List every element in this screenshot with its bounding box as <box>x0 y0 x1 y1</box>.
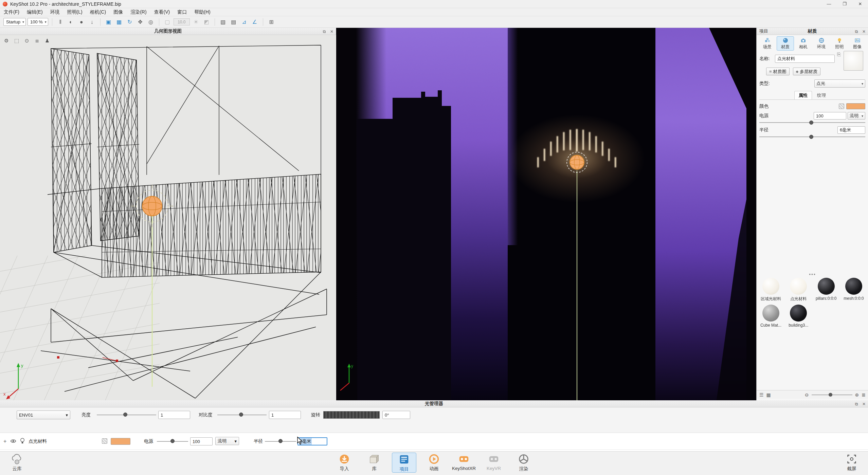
material-item[interactable]: 点光材料 <box>785 278 811 302</box>
menu-environment[interactable]: 环境 <box>47 8 64 16</box>
material-preview-thumbnail[interactable] <box>844 51 863 71</box>
dock-screenshot[interactable]: 截屏 <box>839 453 864 472</box>
close-panel-icon[interactable]: ✕ <box>329 29 334 34</box>
thumbnail-size-slider[interactable] <box>812 393 852 397</box>
pause-button[interactable]: ‖ <box>56 18 65 26</box>
thumbnail-view-icon[interactable]: ▦ <box>766 392 771 398</box>
zoom-dropdown[interactable]: 100 % ▾ <box>28 18 48 26</box>
dock-animation[interactable]: 动画 <box>422 453 446 472</box>
subtab-textures[interactable]: 纹理 <box>813 91 830 99</box>
environment-dropdown[interactable]: ENV01 ▾ <box>17 410 70 419</box>
power-input[interactable]: 100 <box>814 112 846 120</box>
cube-view-icon[interactable]: ⧈ <box>33 37 41 44</box>
brightness-input[interactable]: 1 <box>158 411 190 419</box>
menu-image[interactable]: 图像 <box>110 8 127 16</box>
material-name-input[interactable]: 点光材料 <box>775 55 835 63</box>
sun-tool-button[interactable]: ☀ <box>192 18 200 26</box>
grid-snap-button[interactable]: ⊞ <box>267 18 276 26</box>
rotation-input[interactable]: 0° <box>382 411 410 419</box>
brightness-slider[interactable] <box>97 410 156 419</box>
workspace-dropdown[interactable]: Startup ▾ <box>3 18 26 26</box>
radius-input[interactable]: 6毫米 <box>837 126 865 134</box>
filter-icon[interactable]: ≣ <box>862 392 866 398</box>
light-power-slider[interactable] <box>157 437 188 446</box>
rotation-strip-slider[interactable] <box>323 411 380 419</box>
color-texture-chip-icon[interactable] <box>839 104 844 109</box>
walk-mode-icon[interactable]: ♟ <box>43 37 51 44</box>
menu-window[interactable]: 窗口 <box>174 8 191 16</box>
tab-environment[interactable]: 环境 <box>813 36 830 51</box>
toolbar-value-field[interactable]: 10.0 <box>174 18 190 25</box>
menu-lighting[interactable]: 照明(L) <box>64 8 86 16</box>
contrast-input[interactable]: 1 <box>269 411 301 419</box>
bookmark-icon[interactable]: ⎘ <box>837 52 841 57</box>
tab-camera[interactable]: 相机 <box>795 36 812 51</box>
tab-image[interactable]: 图像 <box>849 36 866 51</box>
menu-edit[interactable]: 编辑(E) <box>23 8 47 16</box>
menu-help[interactable]: 帮助(H) <box>191 8 214 16</box>
add-light-icon[interactable]: + <box>3 437 6 446</box>
tab-lighting[interactable]: 照明 <box>831 36 848 51</box>
measure-tool-button[interactable]: ⊿ <box>240 18 249 26</box>
menu-file[interactable]: 文件(F) <box>0 8 23 16</box>
zoom-lens-icon[interactable]: ⊙ <box>23 37 31 44</box>
settings-gear-icon[interactable]: ⚙ <box>3 37 10 44</box>
move-tool-button[interactable]: ✥ <box>136 18 145 26</box>
color-swatch[interactable] <box>846 103 865 109</box>
multi-layer-button[interactable]: ◆ 多层材质 <box>793 68 821 75</box>
float-panel-icon[interactable]: ⧉ <box>854 402 859 406</box>
float-panel-icon[interactable]: ⧉ <box>854 29 859 34</box>
light-radius-slider[interactable] <box>265 437 296 446</box>
angle-tool-button[interactable]: ∠ <box>250 18 259 26</box>
zoom-out-icon[interactable]: ⊖ <box>805 392 809 398</box>
dock-library[interactable]: 库 <box>362 453 386 472</box>
realtime-render-view[interactable]: y <box>336 28 756 400</box>
zoom-in-icon[interactable]: ⊕ <box>855 392 859 398</box>
box-tool-button[interactable]: ▢ <box>163 18 172 26</box>
close-button[interactable]: ✕ <box>852 0 868 8</box>
material-item[interactable]: Cube Mat... <box>758 305 784 328</box>
menu-camera[interactable]: 相机(C) <box>86 8 110 16</box>
contrast-slider[interactable] <box>217 410 267 419</box>
power-slider[interactable] <box>759 120 865 125</box>
geometry-viewport[interactable]: ⚙ ⬚ ⊙ ⧈ ♟ <box>0 35 336 400</box>
subtab-properties[interactable]: 属性 <box>794 91 812 99</box>
selection-rect-icon[interactable]: ⬚ <box>13 37 20 44</box>
menu-render[interactable]: 渲染(R) <box>127 8 150 16</box>
minimize-button[interactable]: — <box>821 0 837 8</box>
hud-toggle[interactable]: ▦ <box>115 18 124 26</box>
close-panel-icon[interactable]: ✕ <box>861 402 867 406</box>
geometry-view-header[interactable]: 几何图形视图 ⧉ ✕ <box>0 28 336 35</box>
material-graph-button[interactable]: ≡ 材质图 <box>766 68 790 75</box>
material-item[interactable]: building3... <box>785 305 811 328</box>
target-tool-button[interactable]: ◎ <box>146 18 155 26</box>
light-texture-chip-icon[interactable] <box>102 438 107 444</box>
light-color-swatch[interactable] <box>111 438 130 445</box>
geometry-view-toggle[interactable]: ▣ <box>104 18 113 26</box>
arrow-down-button[interactable]: ↓ <box>88 18 96 26</box>
light-row[interactable]: + 点光材料 电源 100 流明 ▾ <box>0 433 868 450</box>
dock-project[interactable]: 项目 <box>392 453 416 473</box>
list-view-icon[interactable]: ☰ <box>759 392 764 398</box>
material-item[interactable]: mesh:0:0:0 <box>841 278 867 302</box>
tab-material[interactable]: 材质 <box>777 36 794 51</box>
project-panel-header[interactable]: 材质 项目 ⧉ ✕ <box>757 28 868 35</box>
material-type-dropdown[interactable]: 点光 ▾ <box>814 79 865 88</box>
contrast-button[interactable]: ◐ <box>67 18 75 26</box>
light-power-input[interactable]: 100 <box>190 437 213 445</box>
panel-resize-dots[interactable]: ••• <box>757 272 868 277</box>
dock-import[interactable]: 导入 <box>332 453 357 472</box>
dock-keyshotxr[interactable]: KeyShotXR <box>452 453 476 471</box>
light-power-unit-dropdown[interactable]: 流明 ▾ <box>215 437 239 445</box>
dock-keyvr[interactable]: KeyVR <box>482 453 506 471</box>
light-manager-header[interactable]: 光管理器 ⧉ ✕ <box>0 400 868 407</box>
material-item[interactable]: 区域光材料 <box>758 278 784 302</box>
refresh-button[interactable]: ↻ <box>125 18 134 26</box>
performance-mode-button[interactable]: ▧ <box>219 18 228 26</box>
maximize-button[interactable]: ❐ <box>837 0 852 8</box>
close-panel-icon[interactable]: ✕ <box>861 29 867 34</box>
visibility-eye-icon[interactable] <box>10 439 16 443</box>
float-panel-icon[interactable]: ⧉ <box>322 29 327 34</box>
dock-cloud-library[interactable]: 云库 <box>5 453 29 472</box>
radius-slider[interactable] <box>759 134 865 139</box>
